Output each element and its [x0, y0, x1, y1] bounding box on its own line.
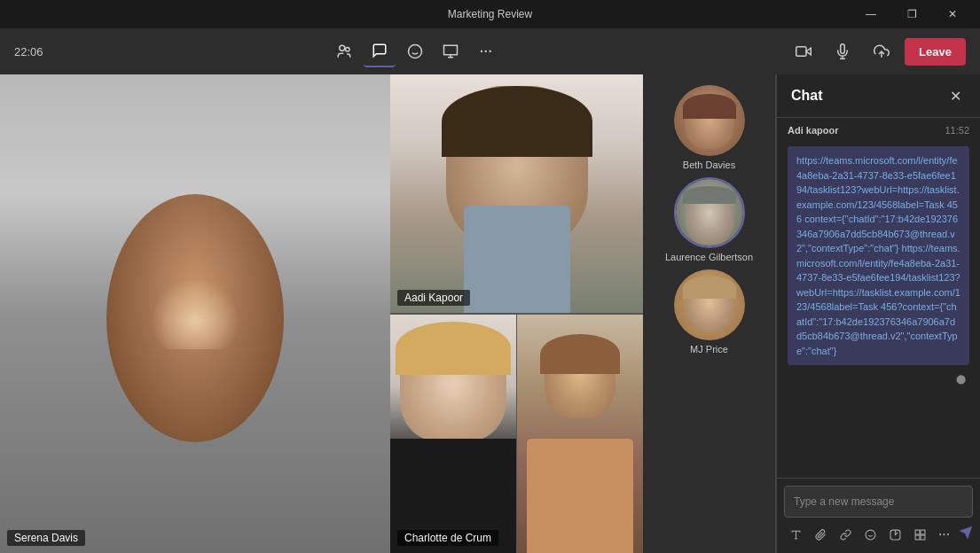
scroll-indicator: ⬤ — [788, 372, 969, 386]
beth-name: Beth Davies — [683, 160, 735, 170]
participant-beth[interactable]: Beth Davies — [650, 85, 768, 170]
aadi-name-tag: Aadi Kapoor — [397, 290, 470, 306]
more-chat-options-btn[interactable]: ··· — [933, 523, 956, 546]
chat-close-button[interactable]: ✕ — [945, 85, 966, 106]
window-title: Marketing Review — [448, 8, 532, 20]
svg-marker-8 — [806, 48, 811, 55]
svg-rect-19 — [915, 530, 920, 534]
meeting-time: 22:06 — [14, 45, 43, 58]
small-preview-bg — [517, 315, 643, 553]
format-text-btn[interactable] — [784, 523, 807, 546]
video-area: Serena Davis Aadi Kapoor — [0, 74, 643, 553]
toolbar-right-icons: Leave — [788, 35, 966, 67]
laurence-avatar-bg — [676, 179, 743, 246]
insert-link-btn[interactable] — [834, 523, 857, 546]
svg-point-15 — [866, 530, 875, 540]
maximize-button[interactable]: ❐ — [891, 0, 932, 28]
mj-name: MJ Price — [690, 344, 728, 354]
mic-icon-btn[interactable] — [827, 35, 858, 67]
aadi-video-bg — [390, 74, 643, 313]
participant-laurence[interactable]: Laurence Gilbertson — [650, 177, 768, 262]
charlotte-video-bg — [390, 315, 516, 553]
video-grid-bottom: Charlotte de Crum — [390, 314, 643, 553]
emoji-btn[interactable] — [858, 523, 882, 546]
close-button[interactable]: ✕ — [932, 0, 973, 28]
participants-strip: Beth Davies Laurence Gilbertson MJ Price — [643, 74, 776, 553]
message-sender: Adi kapoor — [788, 125, 838, 136]
svg-rect-21 — [915, 535, 920, 540]
title-bar: Marketing Review — ❐ ✕ — [0, 0, 980, 28]
chat-messages: Adi kapoor 11:52 https://teams.microsoft… — [777, 118, 980, 478]
main-content: Serena Davis Aadi Kapoor — [0, 74, 980, 553]
chat-panel: Chat ✕ Adi kapoor 11:52 https://teams.mi… — [776, 74, 980, 553]
toolbar-center-icons: ··· — [328, 35, 502, 67]
video-aadi: Aadi Kapoor — [390, 74, 643, 314]
more-options-btn[interactable]: ··· — [470, 35, 502, 67]
chat-input-placeholder: Type a new message — [794, 495, 894, 508]
chat-header: Chat ✕ — [777, 74, 980, 118]
svg-rect-22 — [921, 535, 925, 540]
svg-rect-5 — [444, 45, 458, 55]
message-text: https://teams.microsoft.com/l/entity/fe4… — [788, 146, 969, 365]
beth-avatar — [674, 85, 745, 156]
leave-button[interactable]: Leave — [905, 38, 966, 66]
message-time: 11:52 — [945, 125, 969, 136]
svg-rect-9 — [796, 47, 806, 57]
apps-btn[interactable] — [908, 523, 931, 546]
send-message-btn[interactable] — [959, 526, 973, 543]
charlotte-name-tag: Charlotte de Crum — [397, 530, 498, 546]
chat-input[interactable]: Type a new message — [784, 486, 973, 518]
react-icon-btn[interactable] — [399, 35, 431, 67]
share-icon-btn[interactable] — [866, 35, 898, 67]
message-meta: Adi kapoor 11:52 — [788, 125, 969, 136]
chat-icon-btn[interactable] — [364, 35, 396, 67]
svg-marker-24 — [960, 526, 971, 538]
serena-video — [0, 74, 390, 553]
chat-input-area: Type a new message — [777, 478, 980, 553]
video-charlotte: Charlotte de Crum — [390, 315, 516, 553]
laurence-name: Laurence Gilbertson — [665, 252, 753, 262]
chat-title: Chat — [791, 88, 823, 104]
people-icon-btn[interactable] — [328, 35, 360, 67]
whiteboard-icon-btn[interactable] — [435, 35, 466, 67]
video-grid: Aadi Kapoor Charlotte de Crum — [390, 74, 643, 553]
svg-rect-20 — [921, 530, 925, 534]
chat-toolbar: ··· — [784, 523, 973, 546]
camera-icon-btn[interactable] — [788, 35, 819, 67]
laurence-avatar — [674, 177, 745, 248]
svg-point-2 — [409, 45, 422, 58]
svg-point-1 — [346, 48, 350, 52]
video-small-preview — [516, 315, 643, 553]
mj-avatar — [674, 269, 745, 340]
meeting-toolbar: 22:06 ··· Leave — [0, 28, 980, 74]
video-main-serena: Serena Davis — [0, 74, 390, 553]
participant-mj[interactable]: MJ Price — [650, 269, 768, 354]
serena-name-tag: Serena Davis — [7, 530, 85, 546]
sticker-btn[interactable] — [883, 523, 906, 546]
svg-point-0 — [340, 45, 345, 51]
window-controls: — ❐ ✕ — [851, 0, 973, 28]
beth-avatar-bg — [674, 85, 745, 156]
attach-file-btn[interactable] — [809, 523, 832, 546]
mj-avatar-bg — [674, 269, 745, 340]
minimize-button[interactable]: — — [851, 0, 891, 28]
